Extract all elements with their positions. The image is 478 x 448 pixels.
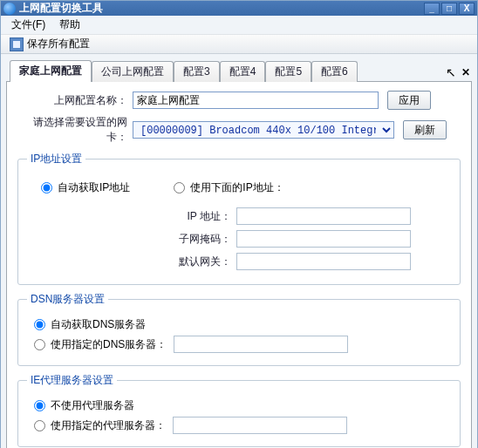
proxy-none-option[interactable]: 不使用代理服务器: [34, 398, 451, 413]
minimize-button[interactable]: _: [424, 3, 440, 15]
window-controls: _ □ X: [424, 3, 475, 15]
dns-manual-label: 使用指定的DNS服务器：: [51, 337, 167, 352]
dns-fieldset: DSN服务器设置 自动获取DNS服务器 使用指定的DNS服务器：: [17, 292, 461, 366]
tab-company[interactable]: 公司上网配置: [92, 61, 174, 82]
save-icon: [10, 37, 24, 51]
subnet-label: 子网掩码：: [27, 232, 236, 247]
app-window: 上网配置切换工具 _ □ X 文件(F) 帮助 保存所有配置 家庭上网配置 公司…: [0, 0, 478, 448]
tab-4[interactable]: 配置4: [220, 61, 266, 82]
ip-grid: IP 地址： 子网掩码： 默认网关：: [27, 207, 451, 270]
nic-label: 请选择需要设置的网卡：: [16, 115, 133, 145]
toolbar: 保存所有配置: [1, 35, 477, 54]
dns-auto-radio[interactable]: [34, 319, 45, 330]
menu-help[interactable]: 帮助: [54, 16, 85, 34]
row-nic: 请选择需要设置的网卡： [00000009] Broadcom 440x 10/…: [16, 115, 462, 145]
menubar: 文件(F) 帮助: [1, 16, 477, 35]
ip-mode-row: 自动获取IP地址 使用下面的IP地址：: [34, 177, 451, 199]
dns-manual-row: 使用指定的DNS服务器：: [34, 336, 451, 353]
save-all-label: 保存所有配置: [27, 37, 90, 51]
nic-select[interactable]: [00000009] Broadcom 440x 10/100 Integrat…: [133, 121, 394, 139]
tab-home[interactable]: 家庭上网配置: [10, 60, 92, 82]
proxy-none-radio[interactable]: [34, 400, 45, 411]
titlebar: 上网配置切换工具 _ □ X: [1, 1, 477, 16]
maximize-button[interactable]: □: [441, 3, 457, 15]
tab-5[interactable]: 配置5: [265, 61, 311, 82]
dns-legend: DSN服务器设置: [27, 292, 108, 307]
refresh-button[interactable]: 刷新: [403, 120, 447, 139]
proxy-manual-row: 使用指定的代理服务器：: [34, 417, 451, 434]
proxy-legend: IE代理服务器设置: [27, 373, 117, 388]
apply-button[interactable]: 应用: [387, 91, 431, 110]
cursor-icon: ↖: [446, 65, 456, 79]
subnet-input[interactable]: [236, 230, 411, 248]
menu-file-label: 文件(F): [11, 18, 45, 31]
close-button[interactable]: X: [459, 3, 475, 15]
gateway-input[interactable]: [236, 253, 411, 270]
tab-strip: 家庭上网配置 公司上网配置 配置3 配置4 配置5 配置6 ↖ ✕: [1, 59, 477, 81]
ip-auto-radio[interactable]: [41, 182, 52, 193]
dns-manual-radio[interactable]: [34, 339, 45, 350]
config-name-label: 上网配置名称：: [16, 93, 133, 108]
config-name-input[interactable]: [133, 92, 379, 109]
tab-panel: 上网配置名称： 应用 请选择需要设置的网卡： [00000009] Broadc…: [6, 81, 472, 448]
dns-input[interactable]: [174, 336, 348, 353]
tab-area: 家庭上网配置 公司上网配置 配置3 配置4 配置5 配置6 ↖ ✕ 上网配置名称…: [1, 54, 477, 448]
ip-fieldset: IP地址设置 自动获取IP地址 使用下面的IP地址： IP 地址： 子网掩码：: [17, 152, 461, 285]
app-icon: [3, 3, 16, 15]
ip-address-label: IP 地址：: [27, 209, 236, 224]
proxy-fieldset: IE代理服务器设置 不使用代理服务器 使用指定的代理服务器：: [17, 373, 461, 447]
menu-help-label: 帮助: [59, 18, 80, 31]
dns-manual-option[interactable]: 使用指定的DNS服务器：: [34, 337, 167, 352]
tab-3[interactable]: 配置3: [174, 61, 220, 82]
row-config-name: 上网配置名称： 应用: [16, 91, 462, 110]
ip-legend: IP地址设置: [27, 152, 85, 166]
proxy-manual-label: 使用指定的代理服务器：: [51, 418, 166, 433]
tab-6[interactable]: 配置6: [311, 61, 358, 82]
proxy-manual-option[interactable]: 使用指定的代理服务器：: [34, 418, 166, 433]
tab-close-button[interactable]: ✕: [461, 66, 470, 78]
ip-manual-label: 使用下面的IP地址：: [190, 180, 283, 195]
dns-auto-option[interactable]: 自动获取DNS服务器: [34, 317, 451, 332]
save-all-button[interactable]: 保存所有配置: [4, 35, 95, 53]
proxy-none-label: 不使用代理服务器: [51, 398, 134, 413]
tab-strip-right: ↖ ✕: [446, 65, 477, 79]
menu-file[interactable]: 文件(F): [6, 16, 51, 34]
ip-manual-option[interactable]: 使用下面的IP地址：: [174, 180, 283, 195]
gateway-label: 默认网关：: [27, 255, 236, 269]
ip-auto-label: 自动获取IP地址: [58, 180, 130, 195]
ip-auto-option[interactable]: 自动获取IP地址: [41, 180, 130, 195]
ip-manual-radio[interactable]: [174, 182, 185, 193]
proxy-manual-radio[interactable]: [34, 420, 45, 431]
proxy-input[interactable]: [173, 417, 347, 434]
ip-address-input[interactable]: [236, 207, 411, 225]
window-title: 上网配置切换工具: [19, 1, 424, 16]
dns-auto-label: 自动获取DNS服务器: [51, 317, 146, 332]
